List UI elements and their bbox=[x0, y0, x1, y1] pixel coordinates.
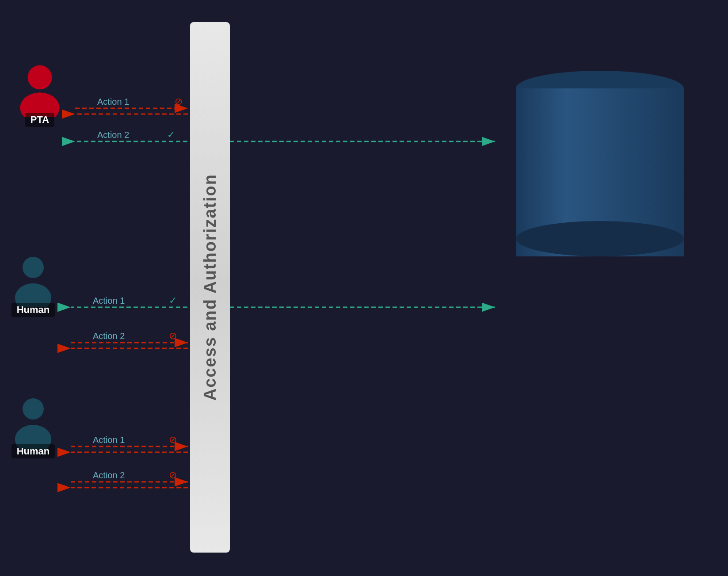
human1-action2-status: ⊘ bbox=[169, 330, 177, 341]
db-cylinder bbox=[516, 71, 684, 256]
diagram-container: Access and Authorization PTA Human Human bbox=[0, 0, 728, 576]
db-bottom bbox=[516, 221, 684, 256]
pta-icon bbox=[13, 64, 66, 117]
svg-point-4 bbox=[23, 398, 44, 420]
pta-action1-label: Action 1 bbox=[97, 97, 129, 107]
actor-human2: Human bbox=[7, 396, 60, 458]
human2-action1-label: Action 1 bbox=[93, 435, 125, 445]
svg-point-2 bbox=[23, 257, 44, 278]
actor-pta: PTA bbox=[13, 64, 66, 127]
svg-point-0 bbox=[28, 65, 52, 90]
auth-bar-label: Access and Authorization bbox=[201, 174, 220, 401]
human1-label: Human bbox=[11, 303, 55, 317]
human2-action1-status: ⊘ bbox=[169, 434, 177, 445]
pta-action1-status: ⊘ bbox=[175, 96, 183, 107]
human2-action2-status: ⊘ bbox=[169, 469, 177, 481]
auth-bar: Access and Authorization bbox=[190, 22, 230, 553]
human1-icon bbox=[7, 254, 60, 307]
human1-action2-label: Action 2 bbox=[93, 331, 125, 341]
pta-action2-status: ✓ bbox=[167, 129, 175, 140]
pta-label: PTA bbox=[25, 113, 54, 127]
human2-icon bbox=[7, 396, 60, 449]
human1-action1-status: ✓ bbox=[169, 295, 177, 306]
pta-action2-label: Action 2 bbox=[97, 130, 129, 140]
human1-action1-label: Action 1 bbox=[93, 296, 125, 305]
actor-human1: Human bbox=[7, 254, 60, 317]
database bbox=[516, 71, 684, 256]
human2-label: Human bbox=[11, 444, 55, 458]
human2-action2-label: Action 2 bbox=[93, 470, 125, 480]
